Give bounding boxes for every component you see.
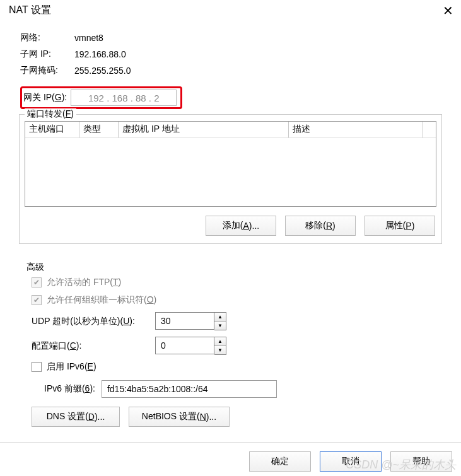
subnet-ip-label: 子网 IP: (20, 49, 74, 60)
pf-th-type[interactable]: 类型 (79, 122, 119, 138)
pf-header-row: 主机端口 类型 虚拟机 IP 地址 描述 (25, 122, 436, 138)
adv-ipv6-prefix-label: IPv6 前缀(6): (44, 383, 95, 395)
subnet-mask-label: 子网掩码: (20, 65, 74, 76)
network-label: 网络: (20, 32, 74, 44)
pf-legend: 端口转发(F) (25, 108, 76, 120)
adv-ipv6-checkrow[interactable]: ✔ 启用 IPv6(E) (32, 361, 435, 373)
adv-udp-label: UDP 超时(以秒为单位)(U): (32, 316, 155, 327)
adv-subbuttons: DNS 设置(D)... NetBIOS 设置(N)... (32, 407, 435, 427)
gateway-label: 网关 IP(G): (23, 92, 67, 103)
pf-add-button[interactable]: 添加(A)... (206, 216, 276, 236)
network-info: 网络: vmnet8 子网 IP: 192.168.88.0 子网掩码: 255… (20, 30, 452, 79)
adv-cfg-label: 配置端口(C): (32, 340, 155, 352)
content-area: 网络: vmnet8 子网 IP: 192.168.88.0 子网掩码: 255… (0, 21, 461, 432)
dns-settings-button[interactable]: DNS 设置(D)... (32, 407, 120, 427)
adv-udp-row: UDP 超时(以秒为单位)(U): ▲ ▼ (32, 312, 435, 330)
port-forwarding-group: 端口转发(F) 主机端口 类型 虚拟机 IP 地址 描述 添加(A)... 移除… (19, 114, 442, 244)
close-icon[interactable]: ✕ (443, 4, 453, 17)
spinner-up-icon[interactable]: ▲ (214, 337, 226, 346)
gateway-ip-input[interactable]: 192 . 168 . 88 . 2 (71, 90, 177, 106)
adv-uid-label: 允许任何组织唯一标识符(O) (47, 294, 156, 306)
footer-buttons: 确定 取消 帮助 (0, 443, 461, 472)
subnet-mask-value: 255.255.255.0 (74, 66, 131, 76)
pf-th-last[interactable] (423, 122, 436, 138)
adv-udp-spinner[interactable]: ▲ ▼ (155, 312, 226, 330)
pf-props-button[interactable]: 属性(P) (365, 216, 435, 236)
pf-table[interactable]: 主机端口 类型 虚拟机 IP 地址 描述 (25, 121, 436, 207)
subnet-ip-value: 192.168.88.0 (74, 49, 126, 59)
window-title: NAT 设置 (9, 4, 51, 17)
adv-ftp-checkrow[interactable]: ✔ 允许活动的 FTP(T) (32, 277, 435, 288)
title-bar: NAT 设置 ✕ (0, 0, 461, 21)
adv-cfg-spinner[interactable]: ▲ ▼ (155, 337, 226, 355)
adv-udp-input[interactable] (155, 312, 214, 330)
adv-uid-checkrow[interactable]: ✔ 允许任何组织唯一标识符(O) (32, 294, 435, 306)
network-value: vmnet8 (74, 33, 103, 43)
pf-button-row: 添加(A)... 移除(R) 属性(P) (25, 213, 436, 238)
adv-ipv6-label: 启用 IPv6(E) (47, 361, 96, 373)
checkbox-icon[interactable]: ✔ (32, 295, 42, 305)
pf-th-vmip[interactable]: 虚拟机 IP 地址 (119, 122, 289, 138)
netbios-settings-button[interactable]: NetBIOS 设置(N)... (129, 407, 230, 427)
help-button[interactable]: 帮助 (390, 451, 452, 472)
advanced-group: 高级 ✔ 允许活动的 FTP(T) ✔ 允许任何组织唯一标识符(O) UDP 超… (19, 255, 442, 432)
gateway-highlight-box: 网关 IP(G): 192 . 168 . 88 . 2 (20, 86, 182, 109)
pf-th-hostport[interactable]: 主机端口 (25, 122, 79, 138)
pf-th-desc[interactable]: 描述 (289, 122, 423, 138)
checkbox-icon[interactable]: ✔ (32, 362, 42, 372)
adv-ipv6-prefix-row: IPv6 前缀(6): (44, 380, 435, 398)
adv-cfg-row: 配置端口(C): ▲ ▼ (32, 337, 435, 355)
adv-ipv6-prefix-input[interactable] (102, 380, 277, 398)
gateway-row: 网关 IP(G): 192 . 168 . 88 . 2 (20, 86, 452, 109)
spinner-up-icon[interactable]: ▲ (214, 313, 226, 322)
checkbox-icon[interactable]: ✔ (32, 277, 42, 287)
ok-button[interactable]: 确定 (249, 451, 311, 472)
spinner-down-icon[interactable]: ▼ (214, 346, 226, 355)
adv-legend: 高级 (26, 262, 44, 274)
adv-ftp-label: 允许活动的 FTP(T) (47, 277, 121, 288)
spinner-down-icon[interactable]: ▼ (214, 322, 226, 330)
cancel-button[interactable]: 取消 (320, 451, 382, 472)
adv-cfg-input[interactable] (155, 337, 214, 354)
pf-remove-button[interactable]: 移除(R) (285, 216, 356, 236)
